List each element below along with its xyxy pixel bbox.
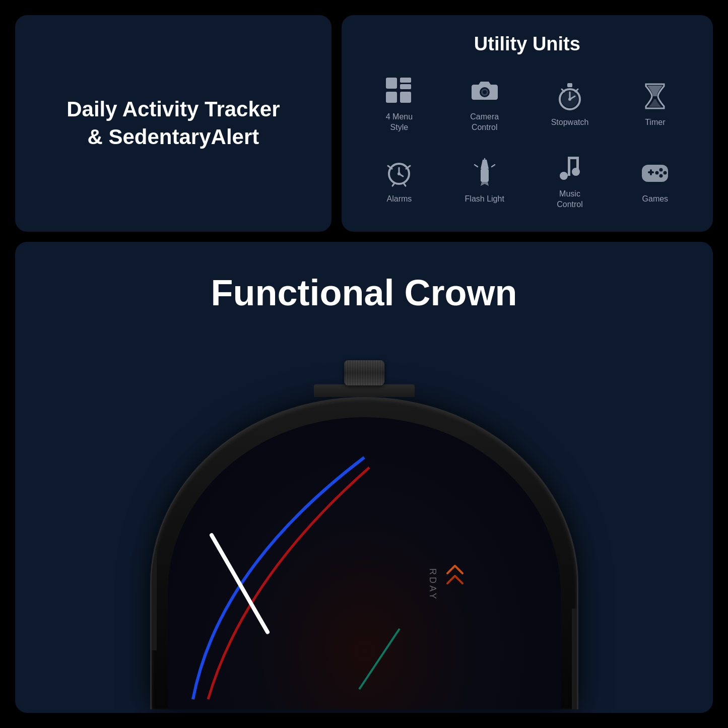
alarm-icon	[382, 156, 416, 190]
crown-title: Functional Crown	[211, 272, 517, 313]
watch-case: RDAY	[150, 397, 578, 709]
utility-card: Utility Units 4 MenuStyle	[342, 15, 713, 232]
strap-left	[150, 499, 157, 650]
svg-point-7	[483, 90, 487, 94]
svg-rect-4	[400, 92, 411, 103]
svg-rect-35	[650, 169, 652, 175]
svg-rect-1	[400, 78, 411, 83]
music-icon	[553, 151, 587, 185]
menu-style-icon	[382, 74, 416, 108]
svg-rect-40	[209, 533, 270, 635]
svg-rect-32	[576, 157, 579, 172]
main-container: Daily Activity Tracker& SedentaryAlert U…	[0, 0, 728, 728]
utility-item-timer: Timer	[618, 70, 693, 137]
svg-point-23	[398, 172, 401, 175]
utility-item-alarms: Alarms	[362, 147, 437, 214]
camera-icon	[468, 74, 502, 108]
strap-right	[572, 609, 578, 709]
top-row: Daily Activity Tracker& SedentaryAlert U…	[15, 15, 713, 232]
utility-label-alarms: Alarms	[387, 194, 412, 205]
utility-label-stopwatch: Stopwatch	[551, 117, 589, 128]
svg-line-22	[404, 184, 406, 186]
utility-item-flashlight: Flash Light	[447, 147, 522, 214]
watch-face: RDAY	[168, 417, 561, 709]
svg-point-36	[659, 168, 663, 172]
svg-line-26	[492, 165, 495, 167]
svg-point-37	[664, 171, 667, 175]
activity-title: Daily Activity Tracker& SedentaryAlert	[67, 96, 280, 151]
svg-point-28	[560, 172, 568, 180]
utility-item-music: MusicControl	[532, 147, 607, 214]
svg-rect-0	[386, 78, 397, 89]
utility-label-timer: Timer	[645, 117, 665, 128]
svg-rect-8	[567, 83, 572, 87]
svg-point-39	[659, 174, 663, 178]
utility-label-music: MusicControl	[557, 189, 583, 210]
utility-item-camera: CameraControl	[447, 70, 522, 137]
svg-line-21	[392, 184, 394, 186]
svg-rect-30	[568, 157, 570, 176]
timer-icon	[638, 79, 672, 113]
svg-line-25	[475, 165, 478, 167]
svg-rect-2	[400, 84, 411, 89]
watch-container: RDAY	[138, 360, 591, 713]
utility-label-games: Games	[642, 194, 669, 205]
crown-ridges	[344, 360, 384, 385]
activity-card: Daily Activity Tracker& SedentaryAlert	[15, 15, 332, 232]
games-icon	[638, 156, 672, 190]
watch-top-bar	[314, 384, 415, 397]
utility-label-camera: CameraControl	[470, 112, 499, 133]
crown-card: Functional Crown	[15, 242, 713, 713]
utility-item-stopwatch: Stopwatch	[532, 70, 607, 137]
svg-point-38	[655, 171, 659, 175]
svg-rect-3	[386, 92, 397, 103]
utility-label-flashlight: Flash Light	[465, 194, 504, 205]
utility-card-title: Utility Units	[362, 33, 693, 55]
crown-knob	[344, 360, 384, 385]
svg-text:RDAY: RDAY	[428, 568, 438, 601]
utility-grid: 4 MenuStyle CameraControl	[362, 70, 693, 214]
utility-label-menu-style: 4 MenuStyle	[386, 112, 413, 133]
stopwatch-icon	[553, 79, 587, 113]
svg-rect-24	[481, 169, 489, 182]
watch-arc-svg: RDAY	[168, 417, 561, 709]
flashlight-icon	[468, 156, 502, 190]
svg-point-13	[568, 98, 571, 101]
utility-item-menu-style: 4 MenuStyle	[362, 70, 437, 137]
utility-item-games: Games	[618, 147, 693, 214]
